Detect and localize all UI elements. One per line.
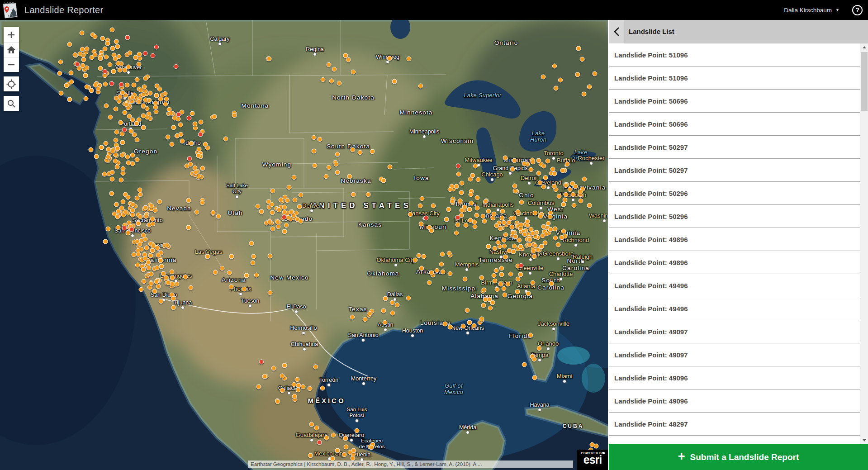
landslide-point[interactable] <box>211 210 216 215</box>
landslide-point[interactable] <box>75 62 80 67</box>
landslide-point[interactable] <box>170 282 175 287</box>
landslide-point[interactable] <box>408 212 413 217</box>
landslide-point[interactable] <box>491 212 496 217</box>
landslide-point[interactable] <box>343 436 348 441</box>
landslide-point[interactable] <box>462 276 467 281</box>
landslide-point[interactable] <box>342 452 346 457</box>
help-button[interactable]: ? <box>852 5 863 15</box>
landslide-point[interactable] <box>271 366 276 371</box>
landslide-point[interactable] <box>350 315 355 320</box>
landslide-point[interactable] <box>58 59 63 64</box>
landslide-point[interactable] <box>351 70 356 75</box>
list-item[interactable]: Landslide Point: 49097 <box>609 343 860 366</box>
landslide-point[interactable] <box>474 205 479 210</box>
landslide-point[interactable] <box>387 56 392 61</box>
landslide-point[interactable] <box>143 51 148 56</box>
landslide-point[interactable] <box>232 113 237 118</box>
landslide-point[interactable] <box>558 78 563 83</box>
landslide-point[interactable] <box>102 47 107 52</box>
landslide-point[interactable] <box>454 184 459 189</box>
landslide-point[interactable] <box>89 88 94 93</box>
landslide-point[interactable] <box>85 46 90 51</box>
landslide-point[interactable] <box>467 320 472 325</box>
landslide-point[interactable] <box>134 121 139 126</box>
landslide-point[interactable] <box>153 104 158 109</box>
landslide-point[interactable] <box>335 152 340 157</box>
landslide-point[interactable] <box>563 192 568 197</box>
landslide-point[interactable] <box>351 192 356 197</box>
landslide-point[interactable] <box>190 111 194 116</box>
landslide-point[interactable] <box>282 363 287 368</box>
landslide-point[interactable] <box>125 154 130 159</box>
landslide-point[interactable] <box>381 178 386 183</box>
landslide-point[interactable] <box>531 254 536 259</box>
locate-button[interactable] <box>4 76 19 91</box>
landslide-point[interactable] <box>251 254 256 259</box>
landslide-point[interactable] <box>282 229 287 234</box>
landslide-point[interactable] <box>475 195 480 200</box>
landslide-point[interactable] <box>517 238 522 243</box>
landslide-point[interactable] <box>351 448 356 453</box>
landslide-point[interactable] <box>158 96 163 101</box>
landslide-point[interactable] <box>266 56 271 61</box>
landslide-point[interactable] <box>575 72 580 77</box>
landslide-point[interactable] <box>143 205 148 210</box>
landslide-point[interactable] <box>536 171 541 176</box>
landslide-point[interactable] <box>115 146 120 151</box>
landslide-point[interactable] <box>468 192 473 197</box>
landslide-point[interactable] <box>506 282 511 287</box>
landslide-point[interactable] <box>189 141 194 146</box>
landslide-point[interactable] <box>59 91 64 96</box>
landslide-point[interactable] <box>292 394 297 399</box>
landslide-point[interactable] <box>142 279 147 284</box>
landslide-point[interactable] <box>579 199 583 204</box>
landslide-point[interactable] <box>171 125 176 130</box>
landslide-point[interactable] <box>490 300 495 305</box>
landslide-point[interactable] <box>495 240 500 245</box>
landslide-point[interactable] <box>267 220 272 225</box>
landslide-point[interactable] <box>297 204 302 209</box>
landslide-point[interactable] <box>447 325 452 330</box>
landslide-point[interactable] <box>503 156 508 161</box>
landslide-point[interactable] <box>510 224 515 229</box>
landslide-point[interactable] <box>176 112 181 117</box>
landslide-point[interactable] <box>434 268 439 273</box>
landslide-point[interactable] <box>194 209 199 214</box>
list-item[interactable]: Landslide Point: 49097 <box>609 320 860 343</box>
landslide-point[interactable] <box>554 86 559 91</box>
landslide-point[interactable] <box>522 362 526 367</box>
landslide-point[interactable] <box>444 217 449 222</box>
landslide-point[interactable] <box>429 271 434 275</box>
landslide-point[interactable] <box>138 214 143 219</box>
landslide-point[interactable] <box>499 272 504 277</box>
landslide-point[interactable] <box>327 62 332 67</box>
list-item[interactable]: Landslide Point: 49496 <box>609 274 860 297</box>
landslide-point[interactable] <box>113 158 118 163</box>
landslide-point[interactable] <box>334 162 339 167</box>
landslide-point[interactable] <box>282 204 287 209</box>
landslide-point[interactable] <box>80 30 85 35</box>
landslide-point[interactable] <box>482 288 487 293</box>
landslide-point[interactable] <box>199 119 204 124</box>
landslide-point[interactable] <box>154 279 159 284</box>
landslide-point[interactable] <box>390 300 395 305</box>
landslide-point[interactable] <box>460 180 465 185</box>
landslide-point[interactable] <box>111 69 116 74</box>
landslide-point[interactable] <box>275 399 280 404</box>
landslide-point[interactable] <box>532 375 537 380</box>
landslide-point[interactable] <box>120 153 125 158</box>
landslide-point[interactable] <box>552 171 557 176</box>
landslide-point[interactable] <box>171 305 175 310</box>
landslide-point[interactable] <box>470 173 475 178</box>
landslide-point[interactable] <box>156 284 161 289</box>
landslide-point[interactable] <box>280 388 285 393</box>
landslide-point[interactable] <box>510 167 515 172</box>
landslide-point[interactable] <box>332 66 337 71</box>
landslide-point[interactable] <box>138 287 143 292</box>
landslide-point[interactable] <box>439 261 444 266</box>
landslide-point[interactable] <box>533 210 538 215</box>
landslide-point[interactable] <box>335 170 340 175</box>
landslide-point[interactable] <box>472 224 477 229</box>
landslide-point[interactable] <box>133 55 138 60</box>
landslide-point[interactable] <box>105 41 110 46</box>
